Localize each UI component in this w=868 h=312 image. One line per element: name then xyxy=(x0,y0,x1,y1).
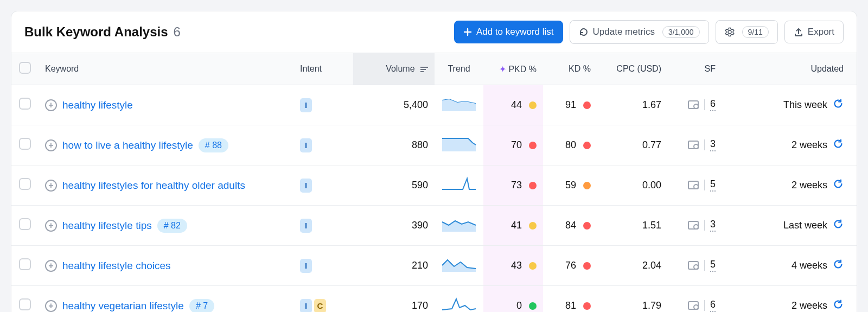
table-row: + healthy lifestyle tips # 82 I 390 41 8… xyxy=(11,206,857,246)
row-checkbox[interactable] xyxy=(19,218,31,230)
rank-pill: # 7 xyxy=(189,299,214,313)
kd-dot-icon xyxy=(583,182,591,189)
sf-count[interactable]: 6 xyxy=(710,299,716,312)
pkd-cell: 44 xyxy=(483,85,543,125)
updated-text: 4 weeks xyxy=(792,260,827,271)
update-button-label: Update metrics xyxy=(593,27,655,37)
table-row: + healthy lifestyle choices I 210 43 76 … xyxy=(11,246,857,286)
pkd-dot-icon xyxy=(529,262,537,270)
keyword-link[interactable]: healthy lifestyle tips xyxy=(62,220,152,232)
export-button[interactable]: Export xyxy=(784,21,844,43)
header-updated[interactable]: Updated xyxy=(722,53,857,85)
intent-badge-I: I xyxy=(300,259,312,273)
volume-value: 590 xyxy=(353,165,435,206)
reload-icon xyxy=(579,27,589,37)
serp-features-icon[interactable] xyxy=(688,301,699,310)
pkd-cell: 43 xyxy=(483,246,543,286)
pkd-dot-icon xyxy=(529,182,537,189)
updated-text: Last week xyxy=(783,220,827,231)
pkd-cell: 73 xyxy=(483,165,543,206)
kd-dot-icon xyxy=(583,222,591,230)
expand-icon[interactable]: + xyxy=(45,180,57,192)
kd-dot-icon xyxy=(583,302,591,310)
refresh-row-button[interactable] xyxy=(833,219,844,232)
keyword-link[interactable]: healthy lifestyle choices xyxy=(62,260,171,272)
refresh-row-button[interactable] xyxy=(833,98,844,112)
sf-count[interactable]: 5 xyxy=(710,179,716,192)
serp-features-icon[interactable] xyxy=(688,181,699,189)
expand-icon[interactable]: + xyxy=(45,300,57,312)
intent-badge-I: I xyxy=(300,219,312,233)
columns-count-pill: 9/11 xyxy=(742,26,769,38)
columns-settings-button[interactable]: 9/11 xyxy=(716,20,778,44)
updated-text: 2 weeks xyxy=(792,300,827,311)
kd-dot-icon xyxy=(583,101,591,109)
expand-icon[interactable]: + xyxy=(45,220,57,232)
divider xyxy=(704,300,705,311)
update-metrics-button[interactable]: Update metrics 3/1,000 xyxy=(570,20,709,44)
kd-cell: 80 xyxy=(543,125,597,165)
header-volume[interactable]: Volume xyxy=(353,53,435,85)
title-wrap: Bulk Keyword Analysis 6 xyxy=(24,24,448,40)
checkbox-icon xyxy=(19,62,31,74)
row-checkbox[interactable] xyxy=(19,138,31,150)
trend-sparkline xyxy=(435,125,483,165)
row-checkbox[interactable] xyxy=(19,178,31,190)
intent-badge-I: I xyxy=(300,179,312,193)
header-select-all[interactable] xyxy=(11,53,39,85)
header-trend[interactable]: Trend xyxy=(435,53,483,85)
volume-value: 5,400 xyxy=(353,85,435,125)
row-checkbox[interactable] xyxy=(19,258,31,270)
header-pkd[interactable]: ✦PKD % xyxy=(483,53,543,85)
serp-features-icon[interactable] xyxy=(688,141,699,149)
expand-icon[interactable]: + xyxy=(45,139,57,151)
rank-pill: # 88 xyxy=(199,138,228,152)
pkd-dot-icon xyxy=(529,222,537,230)
serp-features-icon[interactable] xyxy=(688,261,699,270)
updated-text: 2 weeks xyxy=(792,180,827,191)
keyword-link[interactable]: healthy lifestyle xyxy=(62,99,133,111)
kd-cell: 84 xyxy=(543,206,597,246)
expand-icon[interactable]: + xyxy=(45,99,57,111)
keyword-link[interactable]: healthy vegetarian lifestyle xyxy=(62,300,184,312)
refresh-row-button[interactable] xyxy=(833,179,844,192)
row-checkbox[interactable] xyxy=(19,298,31,310)
serp-features-icon[interactable] xyxy=(688,221,699,230)
trend-sparkline xyxy=(435,165,483,206)
divider xyxy=(704,220,705,231)
refresh-row-button[interactable] xyxy=(833,259,844,272)
header-sf[interactable]: SF xyxy=(668,53,722,85)
sf-count[interactable]: 3 xyxy=(710,219,716,232)
refresh-row-button[interactable] xyxy=(833,138,844,152)
row-checkbox[interactable] xyxy=(19,98,31,110)
cpc-value: 1.51 xyxy=(597,206,668,246)
keyword-link[interactable]: how to live a healthy lifestyle xyxy=(62,139,193,151)
expand-icon[interactable]: + xyxy=(45,260,57,272)
divider xyxy=(704,180,705,190)
sf-count[interactable]: 3 xyxy=(710,138,716,151)
header-intent[interactable]: Intent xyxy=(293,53,353,85)
header-keyword[interactable]: Keyword xyxy=(39,53,293,85)
table-row: + healthy vegetarian lifestyle # 7 IC 17… xyxy=(11,286,857,313)
refresh-row-button[interactable] xyxy=(833,299,844,312)
sort-desc-icon xyxy=(420,66,428,73)
trend-sparkline xyxy=(435,85,483,125)
header-volume-label: Volume xyxy=(386,64,414,73)
header-cpc[interactable]: CPC (USD) xyxy=(597,53,668,85)
intent-badge-I: I xyxy=(300,138,312,152)
divider xyxy=(704,260,705,271)
divider xyxy=(704,99,705,110)
pkd-dot-icon xyxy=(529,302,537,310)
header-pkd-label: PKD % xyxy=(508,65,537,74)
sf-count[interactable]: 5 xyxy=(710,259,716,272)
cpc-value: 0.00 xyxy=(597,165,668,206)
keyword-link[interactable]: healthy lifestyles for healthy older adu… xyxy=(62,180,245,192)
header-row: Keyword Intent Volume Trend ✦PKD % KD % … xyxy=(11,53,857,85)
keyword-table: Keyword Intent Volume Trend ✦PKD % KD % … xyxy=(11,53,857,312)
add-to-keyword-list-button[interactable]: Add to keyword list xyxy=(454,21,563,43)
sf-count[interactable]: 6 xyxy=(710,98,716,111)
header-kd[interactable]: KD % xyxy=(543,53,597,85)
table-row: + how to live a healthy lifestyle # 88 I… xyxy=(11,125,857,165)
trend-sparkline xyxy=(435,246,483,286)
serp-features-icon[interactable] xyxy=(688,100,699,109)
